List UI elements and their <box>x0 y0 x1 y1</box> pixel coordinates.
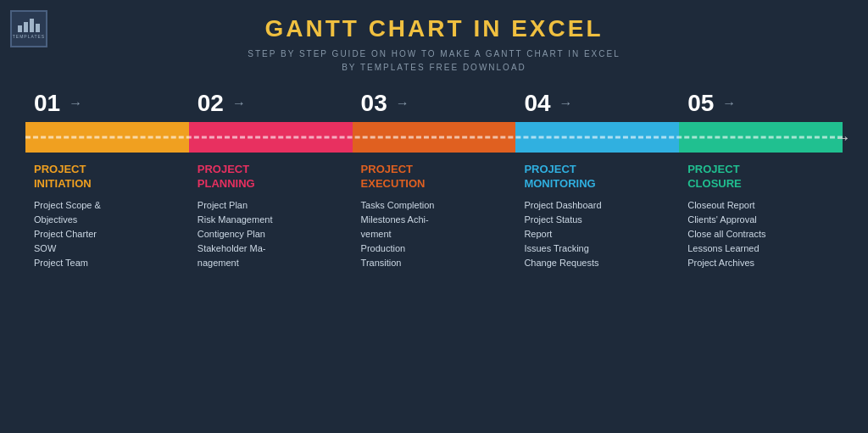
phase-col-2: 02 → <box>189 92 353 115</box>
list-item: Clients' Approval <box>687 213 838 227</box>
list-item: SOW <box>34 241 185 256</box>
list-item: Project Scope & <box>34 198 185 213</box>
list-item: Production <box>361 241 512 256</box>
phase-col-4: 04 → <box>515 92 679 115</box>
phase-content-5: PROJECT CLOSURE Closeout Report Clients'… <box>679 163 843 270</box>
phase-content-1: PROJECT INITIATION Project Scope & Objec… <box>25 163 189 270</box>
logo-icon <box>18 19 40 32</box>
bar-segment-1 <box>25 122 189 153</box>
phase-col-3: 03 → <box>353 92 516 115</box>
timeline-track <box>25 122 843 153</box>
phase-number-4: 04 → <box>524 92 572 115</box>
subtitle-line1: STEP BY STEP GUIDE ON HOW TO MAKE A GANT… <box>248 49 620 58</box>
list-item: Project Status <box>524 213 675 227</box>
list-item: Risk Management <box>198 213 348 227</box>
phase-arrow-3: → <box>396 97 409 110</box>
logo-bar-4 <box>36 24 40 32</box>
bar-segment-2 <box>189 122 353 153</box>
phase-col-1: 01 → <box>25 92 189 115</box>
list-item: Tasks Completion <box>361 198 512 213</box>
phase-title-2: PROJECT PLANNING <box>198 163 348 192</box>
list-item: Close all Contracts <box>687 227 838 241</box>
phase-items-2: Project Plan Risk Management Contigency … <box>198 198 348 270</box>
gantt-chart: 01 → 02 → 03 → 04 → 05 → <box>25 92 843 270</box>
phase-content-row: PROJECT INITIATION Project Scope & Objec… <box>25 163 843 270</box>
subtitle: STEP BY STEP GUIDE ON HOW TO MAKE A GANT… <box>0 47 868 75</box>
phase-content-2: PROJECT PLANNING Project Plan Risk Manag… <box>189 163 353 270</box>
list-item: Project Dashboard <box>524 198 675 213</box>
list-item: Milestones Achi- <box>361 213 512 227</box>
phase-arrow-2: → <box>232 97 246 110</box>
phase-number-1: 01 → <box>34 92 82 115</box>
list-item: Project Team <box>34 256 185 270</box>
logo-bar-1 <box>18 25 22 32</box>
timeline-end-arrow: → <box>834 128 851 147</box>
logo-bar-2 <box>24 22 28 32</box>
phase-content-4: PROJECT MONITORING Project Dashboard Pro… <box>515 163 679 270</box>
bar-segment-4 <box>515 122 679 153</box>
phase-items-4: Project Dashboard Project Status Report … <box>524 198 675 270</box>
phase-title-5: PROJECT CLOSURE <box>687 163 838 192</box>
bar-segment-3 <box>353 122 516 153</box>
list-item: Project Charter <box>34 227 185 241</box>
list-item: Closeout Report <box>687 198 838 213</box>
list-item: Transition <box>361 256 512 270</box>
phase-title-4: PROJECT MONITORING <box>524 163 675 192</box>
logo-bar-3 <box>30 19 34 32</box>
phase-title-3: PROJECT EXECUTION <box>361 163 512 192</box>
list-item: vement <box>361 227 512 241</box>
phase-col-5: 05 → <box>679 92 843 115</box>
phase-arrow-5: → <box>722 97 736 110</box>
timeline-area: → <box>25 119 843 156</box>
phase-content-3: PROJECT EXECUTION Tasks Completion Miles… <box>353 163 516 270</box>
list-item: Objectives <box>34 213 185 227</box>
main-title: GANTT CHART IN EXCEL <box>0 15 868 42</box>
page-header: GANTT CHART IN EXCEL STEP BY STEP GUIDE … <box>0 0 868 75</box>
phase-arrow-4: → <box>559 97 573 110</box>
list-item: Change Requests <box>524 256 675 270</box>
list-item: Issues Tracking <box>524 241 675 256</box>
logo: TEMPLATES <box>10 10 47 47</box>
list-item: nagement <box>198 256 348 270</box>
phase-title-1: PROJECT INITIATION <box>34 163 185 192</box>
phase-items-1: Project Scope & Objectives Project Chart… <box>34 198 185 270</box>
subtitle-line2: BY TEMPLATES FREE DOWNLOAD <box>342 63 526 72</box>
list-item: Project Archives <box>687 256 838 270</box>
list-item: Contigency Plan <box>198 227 348 241</box>
phase-number-3: 03 → <box>361 92 409 115</box>
phase-items-3: Tasks Completion Milestones Achi- vement… <box>361 198 512 270</box>
list-item: Stakeholder Ma- <box>198 241 348 256</box>
list-item: Report <box>524 227 675 241</box>
phase-number-5: 05 → <box>687 92 736 115</box>
phase-numbers-row: 01 → 02 → 03 → 04 → 05 → <box>25 92 843 115</box>
bar-segment-5 <box>679 122 843 153</box>
logo-text: TEMPLATES <box>13 34 45 39</box>
list-item: Project Plan <box>198 198 348 213</box>
phase-arrow-1: → <box>69 97 82 110</box>
phase-items-5: Closeout Report Clients' Approval Close … <box>687 198 838 270</box>
phase-number-2: 02 → <box>198 92 246 115</box>
list-item: Lessons Learned <box>687 241 838 256</box>
